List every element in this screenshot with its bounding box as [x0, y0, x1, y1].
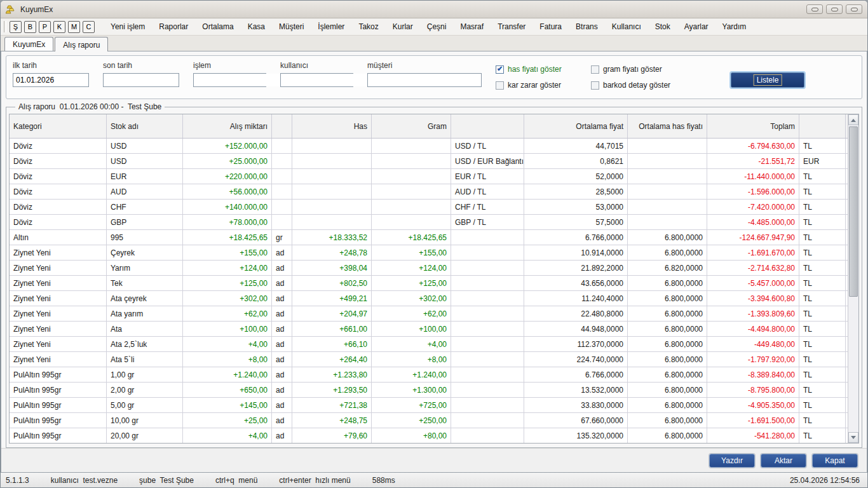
menu-btrans[interactable]: Btrans [569, 20, 605, 34]
menu-ayarlar[interactable]: Ayarlar [677, 20, 715, 34]
menu-kurlar[interactable]: Kurlar [386, 20, 420, 34]
cell-toplam: -1.691.670,00 [707, 245, 799, 260]
cell-ort_has: 6.800,0000 [628, 291, 707, 306]
table-row[interactable]: Ziynet YeniTek+125,00ad+802,50+125,0043.… [10, 276, 848, 291]
cell-kur [451, 337, 524, 351]
scroll-up-button[interactable] [848, 114, 858, 125]
menu-iislemler[interactable]: İşlemler [311, 20, 351, 34]
cell-has [292, 200, 372, 214]
letter-button-m[interactable]: M [68, 21, 80, 33]
son-tarih-input[interactable] [103, 73, 179, 87]
letter-button-b[interactable]: B [24, 21, 36, 33]
letter-button-k[interactable]: K [53, 21, 65, 33]
cell-stok: Ata 5`li [107, 352, 183, 367]
musteri-input[interactable] [367, 73, 482, 87]
menu-cesni[interactable]: Çeşni [420, 20, 454, 34]
table-row[interactable]: Ziynet YeniYarım+124,00ad+398,04+124,002… [10, 261, 848, 276]
table-row[interactable]: Ziynet YeniAta 2,5`luk+4,00ad+66,10+4,00… [10, 337, 848, 352]
cell-has: +79,60 [292, 428, 372, 443]
menu-kasa[interactable]: Kasa [241, 20, 272, 34]
letter-button-s[interactable]: Ş [10, 21, 22, 33]
menu-kullanici[interactable]: Kullanıcı [605, 20, 648, 34]
table-row[interactable]: PulAltın 995gr2,00 gr+650,00ad+1.293,50+… [10, 383, 848, 398]
cell-miktar: +4,00 [183, 337, 272, 351]
table-row[interactable]: Ziynet YeniAta+100,00ad+661,00+100,0044.… [10, 322, 848, 337]
checkbox-gram-fiyati-goster[interactable]: gram fiyatı göster [591, 62, 693, 76]
kullanici-combobox[interactable] [280, 73, 353, 87]
table-row[interactable]: DövizUSD+152.000,00USD / TL44,7015-6.794… [10, 139, 848, 154]
ilk-tarih-input[interactable] [13, 73, 89, 87]
table-row[interactable]: DövizAUD+56.000,00AUD / TL28,5000-1.596.… [10, 184, 848, 200]
cell-toplam: -7.420.000,00 [707, 200, 799, 214]
table-row[interactable]: PulAltın 995gr5,00 gr+145,00ad+721,38+72… [10, 398, 848, 413]
cell-birim [272, 184, 292, 199]
scroll-down-button[interactable] [848, 432, 858, 443]
kar-zarar-goster-box[interactable] [496, 81, 504, 90]
cell-ort_has: 6.800,0000 [628, 367, 707, 382]
listele-button[interactable]: Listele [731, 72, 804, 88]
letter-button-p[interactable]: P [39, 21, 51, 33]
table-row[interactable]: Altın995+18.425,65gr+18.333,52+18.425,65… [10, 230, 848, 245]
cell-toplam: -6.794.630,00 [707, 139, 799, 153]
menu-ortalama[interactable]: Ortalama [195, 20, 240, 34]
menu-takoz[interactable]: Takoz [351, 20, 385, 34]
checkbox-has-fiyati-goster[interactable]: ✔has fiyatı göster [496, 62, 591, 76]
status-item-4: ctrl+enter hızlı menü [279, 476, 350, 485]
cell-kategori: Döviz [10, 200, 107, 214]
table-row[interactable]: Ziynet YeniAta yarım+62,00ad+204,97+62,0… [10, 306, 848, 322]
menu-stok[interactable]: Stok [648, 20, 677, 34]
table-row[interactable]: Ziynet YeniAta çeyrek+302,00ad+499,21+30… [10, 291, 848, 306]
cell-kategori: PulAltın 995gr [10, 398, 107, 412]
cell-para: TL [799, 169, 846, 184]
table-row[interactable]: DövizCHF+140.000,00CHF / TL53,0000-7.420… [10, 200, 848, 215]
cell-para: TL [799, 367, 846, 382]
cell-para: TL [799, 352, 846, 367]
table-row[interactable]: PulAltın 995gr10,00 gr+25,00ad+248,75+25… [10, 413, 848, 428]
barkod-detay-goster-box[interactable] [591, 81, 599, 90]
status-item-2: şube Test Şube [139, 476, 194, 485]
field-label-kullanici: kullanıcı [280, 61, 353, 70]
yazdir-button[interactable]: Yazdır [709, 454, 755, 468]
cell-stok: 5,00 gr [107, 398, 183, 412]
menu-raporlar[interactable]: Raporlar [152, 20, 195, 34]
menu-fatura[interactable]: Fatura [532, 20, 569, 34]
islem-combobox[interactable] [193, 73, 266, 87]
has-fiyati-goster-box[interactable]: ✔ [496, 65, 504, 74]
tab-alis-raporu[interactable]: Alış raporu [55, 37, 108, 51]
cell-toplam: -1.797.920,00 [707, 352, 799, 367]
close-button[interactable] [846, 4, 862, 14]
gram-fiyati-goster-box[interactable] [591, 65, 599, 74]
table-row[interactable]: Ziynet YeniÇeyrek+155,00ad+248,78+155,00… [10, 245, 848, 261]
kapat-button[interactable]: Kapat [812, 454, 858, 468]
table-row[interactable]: PulAltın 995gr1,00 gr+1.240,00ad+1.233,8… [10, 367, 848, 383]
cell-ort_has: 6.800,0000 [628, 398, 707, 412]
table-row[interactable]: PulAltın 995gr20,00 gr+4,00ad+79,60+80,0… [10, 428, 848, 443]
menu-yeni-islem[interactable]: Yeni işlem [104, 20, 152, 34]
menu-musteri[interactable]: Müşteri [272, 20, 311, 34]
cell-miktar: +56.000,00 [183, 184, 272, 199]
cell-ort_has [628, 169, 707, 184]
scrollbar-thumb[interactable] [849, 126, 858, 297]
table-row[interactable]: Ziynet YeniAta 5`li+8,00ad+264,40+8,0022… [10, 352, 848, 367]
cell-birim [272, 139, 292, 153]
table-row[interactable]: DövizUSD+25.000,00USD / EUR Bağlantı0,86… [10, 154, 848, 169]
column-header-stok: Stok adı [107, 114, 183, 138]
table-row[interactable]: DövizEUR+220.000,00EUR / TL52,0000-11.44… [10, 169, 848, 184]
toolbar-letters: ŞBPKMC [10, 21, 95, 33]
table-row[interactable]: DövizGBP+78.000,00GBP / TL57,5000-4.485.… [10, 215, 848, 230]
checkbox-kar-zarar-goster[interactable]: kar zarar göster [496, 78, 591, 92]
menu-masraf[interactable]: Masraf [453, 20, 491, 34]
checkbox-barkod-detay-goster[interactable]: barkod detay göster [591, 78, 693, 92]
menu-transfer[interactable]: Transfer [491, 20, 532, 34]
minimize-button[interactable] [806, 4, 823, 14]
letter-button-c[interactable]: C [83, 21, 95, 33]
maximize-button[interactable] [826, 4, 843, 14]
tab-kuyumex[interactable]: KuyumEx [4, 37, 53, 51]
menu-yardim[interactable]: Yardım [715, 20, 754, 34]
cell-stok: Ata [107, 322, 183, 336]
aktar-button[interactable]: Aktar [761, 454, 806, 468]
vertical-scrollbar[interactable] [848, 114, 858, 443]
cell-has: +204,97 [292, 306, 372, 321]
cell-has: +248,75 [292, 413, 372, 428]
column-header-ort_has: Ortalama has fiyatı [628, 114, 707, 138]
